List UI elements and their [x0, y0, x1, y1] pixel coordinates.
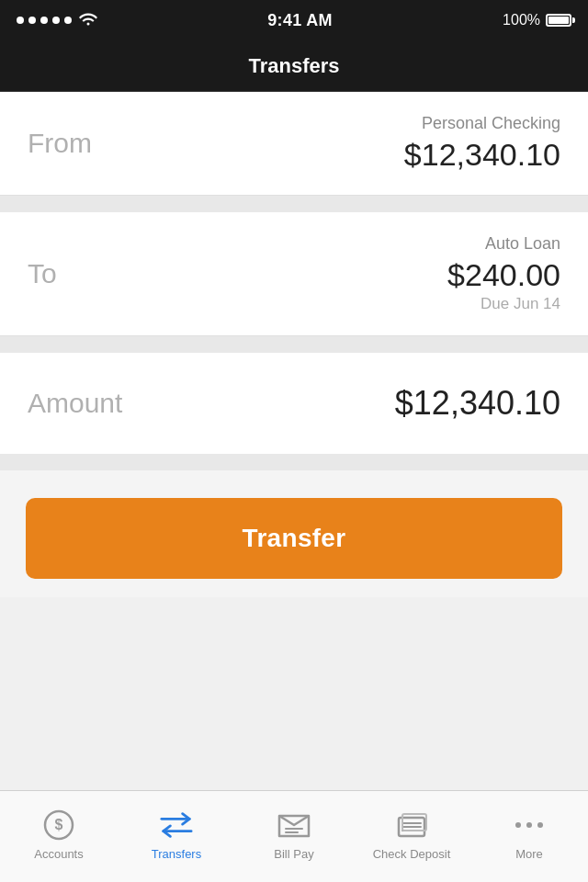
accounts-icon: $	[42, 808, 75, 842]
to-due-date: Due Jun 14	[447, 295, 560, 313]
checkdeposit-icon	[395, 808, 428, 842]
battery-fill	[548, 17, 569, 24]
to-amount: $240.00	[447, 257, 560, 293]
tab-accounts[interactable]: $ Accounts	[0, 791, 118, 882]
amount-value: $12,340.10	[395, 384, 560, 423]
transfer-button[interactable]: Transfer	[26, 498, 562, 579]
divider-1	[0, 196, 588, 212]
from-amount: $12,340.10	[404, 137, 560, 173]
tab-checkdeposit-label: Check Deposit	[373, 847, 451, 861]
signal-dot-4	[52, 17, 60, 24]
divider-2	[0, 336, 588, 353]
signal-dot-5	[64, 17, 72, 24]
billpay-icon	[277, 808, 311, 842]
from-value: Personal Checking $12,340.10	[404, 114, 560, 173]
tab-billpay[interactable]: Bill Pay	[235, 791, 353, 882]
tab-bar: $ Accounts Transfers	[0, 790, 588, 882]
to-label: To	[28, 258, 57, 289]
svg-point-13	[537, 822, 543, 828]
to-value: Auto Loan $240.00 Due Jun 14	[447, 234, 560, 313]
tab-transfers-label: Transfers	[152, 847, 201, 861]
signal-dot-1	[17, 17, 24, 24]
amount-label: Amount	[28, 388, 122, 419]
battery-percent: 100%	[503, 12, 540, 28]
transfers-icon	[160, 808, 193, 842]
status-time: 9:41 AM	[267, 11, 332, 30]
status-right: 100%	[503, 12, 571, 28]
tab-accounts-label: Accounts	[34, 847, 83, 861]
to-account: Auto Loan	[447, 234, 560, 254]
tab-billpay-label: Bill Pay	[274, 847, 313, 861]
tab-more-label: More	[515, 847, 543, 861]
status-bar: 9:41 AM 100%	[0, 0, 588, 40]
signal-dot-2	[28, 17, 36, 24]
signal-dot-3	[40, 17, 48, 24]
wifi-icon	[79, 11, 97, 30]
content-area: From Personal Checking $12,340.10 To Aut…	[0, 92, 588, 597]
signal-dots	[17, 17, 72, 24]
page-title: Transfers	[248, 54, 339, 78]
more-icon	[513, 808, 546, 842]
svg-point-11	[515, 822, 521, 828]
battery-icon	[546, 14, 571, 27]
from-account: Personal Checking	[404, 114, 560, 133]
from-row[interactable]: From Personal Checking $12,340.10	[0, 92, 588, 196]
svg-text:$: $	[55, 817, 63, 832]
status-left	[17, 11, 97, 30]
divider-3	[0, 454, 588, 470]
nav-bar: Transfers	[0, 40, 588, 92]
tab-transfers[interactable]: Transfers	[118, 791, 235, 882]
tab-checkdeposit[interactable]: Check Deposit	[353, 791, 470, 882]
svg-point-12	[526, 822, 532, 828]
to-row[interactable]: To Auto Loan $240.00 Due Jun 14	[0, 212, 588, 336]
from-label: From	[28, 128, 92, 159]
tab-more[interactable]: More	[470, 791, 588, 882]
button-area: Transfer	[0, 470, 588, 597]
amount-row[interactable]: Amount $12,340.10	[0, 353, 588, 454]
